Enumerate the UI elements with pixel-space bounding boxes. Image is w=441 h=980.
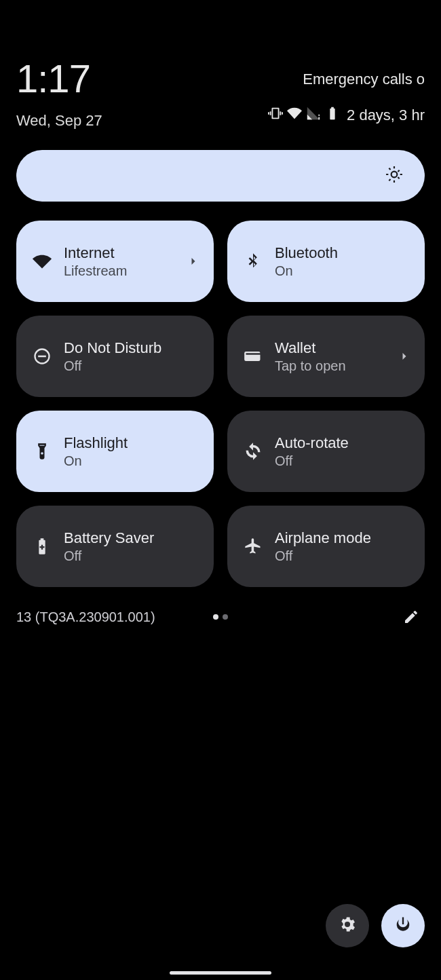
tile-title: Airplane mode <box>275 529 371 547</box>
bluetooth-icon <box>244 252 263 271</box>
tile-autorotate[interactable]: Auto-rotate Off <box>227 411 425 492</box>
tile-dnd[interactable]: Do Not Disturb Off <box>16 316 214 397</box>
qs-tiles: Internet Lifestream Bluetooth On Do Not … <box>16 221 425 587</box>
signal-icon <box>306 106 321 125</box>
tile-airplane[interactable]: Airplane mode Off <box>227 506 425 587</box>
clock-time: 1:17 <box>16 56 102 101</box>
tile-bluetooth[interactable]: Bluetooth On <box>227 221 425 302</box>
chevron-right-icon <box>398 350 411 363</box>
tile-subtitle: Off <box>64 548 154 564</box>
brightness-slider[interactable] <box>16 150 425 202</box>
tile-battery-saver[interactable]: Battery Saver Off <box>16 506 214 587</box>
tile-subtitle: Off <box>64 358 161 374</box>
tile-title: Do Not Disturb <box>64 339 161 357</box>
flashlight-icon <box>33 442 52 461</box>
battery-icon <box>325 106 340 125</box>
wifi-icon <box>33 252 52 271</box>
tile-flashlight[interactable]: Flashlight On <box>16 411 214 492</box>
settings-button[interactable] <box>326 904 369 947</box>
tile-subtitle: Off <box>275 548 371 564</box>
tile-subtitle: On <box>275 263 338 279</box>
tile-title: Battery Saver <box>64 529 154 547</box>
battery-saver-icon <box>33 537 52 556</box>
page-dot <box>213 614 218 620</box>
tile-title: Auto-rotate <box>275 434 349 452</box>
nav-bar-handle[interactable] <box>170 971 271 975</box>
power-button[interactable] <box>381 904 425 947</box>
battery-estimate-text: 2 days, 3 hr <box>347 107 425 124</box>
tile-title: Internet <box>64 244 127 262</box>
airplane-icon <box>244 537 263 556</box>
wallet-icon <box>244 347 263 366</box>
tile-internet[interactable]: Internet Lifestream <box>16 221 214 302</box>
emergency-call-text: Emergency calls o <box>268 71 425 88</box>
gear-icon <box>338 915 357 937</box>
autorotate-icon <box>244 442 263 461</box>
brightness-icon <box>385 166 403 186</box>
edit-tiles-button[interactable] <box>398 603 425 630</box>
tile-subtitle: Lifestream <box>64 263 127 279</box>
tile-title: Flashlight <box>64 434 128 452</box>
clock-date: Wed, Sep 27 <box>16 112 102 130</box>
power-icon <box>394 915 413 937</box>
build-text: 13 (TQ3A.230901.001) <box>16 609 155 625</box>
tile-title: Wallet <box>275 339 346 357</box>
tile-wallet[interactable]: Wallet Tap to open <box>227 316 425 397</box>
tile-subtitle: Tap to open <box>275 358 346 374</box>
wifi-icon <box>287 106 302 125</box>
vibrate-icon <box>268 106 283 125</box>
page-dot <box>223 614 228 620</box>
tile-title: Bluetooth <box>275 244 338 262</box>
page-indicator <box>213 614 228 620</box>
dnd-icon <box>33 347 52 366</box>
tile-subtitle: On <box>64 453 128 469</box>
tile-subtitle: Off <box>275 453 349 469</box>
chevron-right-icon <box>187 255 200 268</box>
